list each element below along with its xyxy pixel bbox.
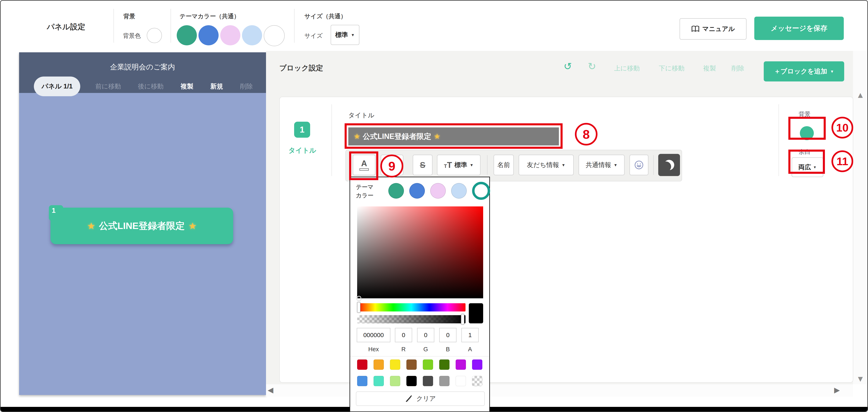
color-swatch[interactable]: [390, 376, 400, 386]
color-swatch[interactable]: [198, 25, 219, 45]
block-settings-title: ブロック設定: [279, 63, 323, 73]
scroll-left-icon[interactable]: ◀: [268, 386, 273, 394]
size-dropdown[interactable]: 標準 ▼: [331, 25, 360, 45]
save-message-button[interactable]: メッセージを保存: [754, 17, 844, 40]
emoji-button[interactable]: [629, 155, 648, 175]
insert-name-label: 名前: [497, 161, 510, 169]
panel-action-duplicate[interactable]: 複製: [181, 82, 193, 91]
panel-menu: 前に移動 後に移動 複製 新規 削除: [87, 76, 261, 96]
font-size-value: 標準: [455, 161, 467, 169]
dark-mode-button[interactable]: [658, 154, 680, 176]
annotation-number-11: 11: [832, 150, 853, 172]
common-info-dropdown[interactable]: 共通情報 ▼: [579, 155, 625, 175]
block-action-delete[interactable]: 削除: [732, 64, 744, 73]
panel-preview: 企業説明会のご案内 パネル 1/1 前に移動 後に移動 複製 新規 削除 1 ★…: [19, 52, 266, 395]
vertical-scrollbar[interactable]: ▲ ▼: [853, 51, 868, 384]
scroll-up-icon[interactable]: ▲: [856, 91, 865, 99]
redo-icon[interactable]: ↻: [588, 62, 596, 71]
hue-slider[interactable]: [357, 303, 466, 312]
divider: [332, 104, 332, 176]
color-swatch[interactable]: [409, 183, 425, 199]
panel-action-new[interactable]: 新規: [210, 82, 223, 91]
hex-input[interactable]: [357, 328, 391, 342]
annotation-box-font-color: [349, 151, 378, 180]
color-swatch[interactable]: [264, 25, 285, 46]
alpha-handle[interactable]: [461, 314, 464, 325]
color-swatch[interactable]: [390, 359, 400, 370]
top-bar: パネル設定 背景 背景色 テーマカラー（共通） サイズ（共通） サイズ 標準 ▼…: [1, 1, 867, 51]
block-number-badge: 1: [294, 122, 310, 138]
color-swatch[interactable]: [220, 25, 240, 45]
friend-info-label: 友だち情報: [527, 161, 559, 169]
color-swatch[interactable]: [456, 359, 466, 370]
color-swatch[interactable]: [456, 376, 466, 386]
color-swatch[interactable]: [439, 359, 450, 370]
smiley-icon: [634, 160, 644, 170]
title-field-label: タイトル: [348, 111, 374, 120]
preview-title-block[interactable]: 1 ★ 公式LINE登録者限定 ★: [51, 208, 233, 244]
undo-icon[interactable]: ↺: [564, 62, 572, 71]
g-label: G: [417, 346, 434, 353]
insert-name-button[interactable]: 名前: [494, 155, 514, 175]
saturation-gradient[interactable]: [357, 207, 483, 298]
color-swatch[interactable]: [374, 376, 384, 386]
picker-theme-label-line2: カラー: [356, 191, 373, 200]
color-swatch[interactable]: [472, 359, 482, 370]
chevron-down-icon: ▼: [614, 163, 618, 167]
chevron-down-icon: ▼: [830, 69, 834, 73]
add-block-button[interactable]: ＋ブロックを追加 ▼: [764, 61, 844, 82]
color-swatch[interactable]: [472, 376, 482, 386]
color-swatch[interactable]: [406, 376, 417, 386]
color-swatch[interactable]: [357, 376, 367, 386]
color-swatch[interactable]: [423, 359, 433, 370]
saturation-handle[interactable]: [357, 296, 361, 300]
preset-swatches-row2: [357, 376, 482, 386]
color-swatch[interactable]: [451, 183, 467, 199]
alpha-slider[interactable]: [357, 315, 466, 323]
block-action-duplicate[interactable]: 複製: [703, 64, 716, 73]
color-swatch[interactable]: [357, 359, 367, 370]
panel-action-move-prev[interactable]: 前に移動: [95, 82, 121, 91]
strikethrough-button[interactable]: S: [413, 155, 432, 175]
panel-pager-label: パネル 1/1: [41, 82, 73, 91]
picker-theme-swatches: [388, 182, 490, 200]
divider: [170, 9, 171, 43]
strikethrough-icon: S: [420, 160, 426, 170]
block-action-move-up[interactable]: 上に移動: [614, 64, 640, 73]
star-emoji: ★: [87, 221, 95, 231]
color-swatch[interactable]: [423, 376, 433, 386]
color-swatch[interactable]: [388, 183, 404, 199]
divider: [653, 155, 654, 175]
manual-button[interactable]: マニュアル: [680, 18, 746, 40]
clear-color-button[interactable]: クリア: [356, 391, 485, 406]
color-swatch[interactable]: [374, 359, 384, 370]
preset-swatches-row1: [357, 359, 482, 370]
b-input[interactable]: [439, 328, 457, 342]
hue-handle[interactable]: [357, 302, 361, 313]
theme-section-label: テーマカラー（共通）: [180, 12, 240, 21]
block-action-move-down[interactable]: 下に移動: [659, 64, 684, 73]
moon-icon: [663, 159, 675, 171]
color-swatch[interactable]: [439, 376, 450, 386]
chevron-down-icon: ▼: [470, 163, 473, 167]
color-swatch[interactable]: [242, 25, 262, 45]
color-swatch[interactable]: [472, 182, 490, 200]
panel-action-move-next[interactable]: 後に移動: [138, 82, 163, 91]
divider: [114, 9, 114, 43]
font-size-dropdown[interactable]: TT 標準 ▼: [437, 155, 480, 175]
panel-pager: パネル 1/1: [34, 76, 80, 96]
color-swatch[interactable]: [406, 359, 417, 370]
block-type-label: タイトル: [287, 146, 318, 155]
scroll-right-icon[interactable]: ▶: [834, 386, 840, 394]
g-input[interactable]: [417, 328, 434, 342]
scroll-down-icon[interactable]: ▼: [856, 375, 865, 383]
common-info-label: 共通情報: [586, 161, 611, 169]
color-swatch[interactable]: [430, 183, 446, 199]
a-input[interactable]: [461, 328, 478, 342]
panel-action-delete[interactable]: 削除: [240, 82, 253, 91]
friend-info-dropdown[interactable]: 友だち情報 ▼: [519, 155, 574, 175]
color-swatch[interactable]: [177, 25, 197, 45]
save-message-label: メッセージを保存: [771, 24, 827, 33]
r-input[interactable]: [395, 328, 412, 342]
background-color-swatch[interactable]: [147, 28, 162, 43]
